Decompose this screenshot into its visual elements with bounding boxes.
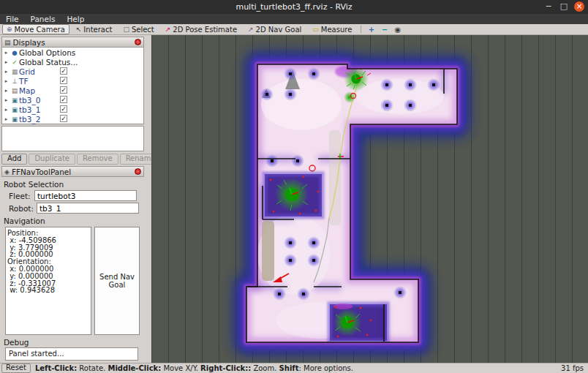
tool-measure-label: Measure bbox=[321, 26, 353, 34]
tree-row-label: tb3_0 bbox=[19, 96, 40, 105]
debug-label: Debug bbox=[4, 338, 148, 347]
tool-move-camera[interactable]: ⊕ Move Camera bbox=[2, 24, 69, 34]
map-obstacle-blob bbox=[262, 221, 274, 281]
fps-counter: 31 fps bbox=[561, 364, 587, 372]
ffnav-panel-header[interactable]: ◈ FFNavToolPanel bbox=[1, 166, 144, 177]
remove-tool-icon[interactable]: − bbox=[379, 26, 390, 34]
pose-arrow-icon: ↗ bbox=[165, 26, 171, 33]
expand-arrow-icon[interactable]: ▸ bbox=[2, 116, 10, 122]
tool-2d-nav-goal[interactable]: ↗ 2D Nav Goal bbox=[244, 24, 306, 34]
tree-row-map[interactable]: ▸ ▤ Map ✓ bbox=[2, 86, 143, 95]
status-ok-icon: ✓ bbox=[10, 59, 19, 66]
toolbar-separator bbox=[361, 26, 361, 33]
add-display-button[interactable]: Add bbox=[1, 154, 27, 165]
interact-cursor-icon: ↖ bbox=[76, 26, 82, 33]
tool-2d-pose-estimate[interactable]: ↗ 2D Pose Estimate bbox=[161, 24, 241, 34]
statusbar: Reset Left-Click: Rotate. Middle-Click: … bbox=[0, 363, 588, 373]
tool-select[interactable]: □ Select bbox=[118, 24, 158, 34]
tool-nav-goal-label: 2D Nav Goal bbox=[256, 26, 302, 34]
menu-file[interactable]: File bbox=[0, 14, 25, 24]
expand-arrow-icon[interactable]: ▸ bbox=[2, 97, 10, 103]
titlebar[interactable]: multi_turtlebot3_ff.rviz - RViz − □ × bbox=[0, 0, 588, 14]
tree-row-tb3-0[interactable]: ▸ ▣ tb3_0 ✓ bbox=[2, 95, 143, 105]
close-icon[interactable]: × bbox=[574, 1, 584, 12]
tool-move-camera-label: Move Camera bbox=[15, 26, 65, 34]
ffnav-close-button[interactable] bbox=[135, 168, 141, 175]
add-tool-icon[interactable]: + bbox=[366, 26, 377, 34]
map-canvas bbox=[151, 35, 588, 363]
grid-checkbox[interactable]: ✓ bbox=[60, 67, 67, 75]
robot-input[interactable] bbox=[37, 203, 139, 214]
map-checkbox[interactable]: ✓ bbox=[60, 86, 67, 94]
folder-icon: ▣ bbox=[10, 97, 19, 104]
robot-row: Robot: bbox=[9, 203, 137, 214]
reset-button[interactable]: Reset bbox=[1, 363, 31, 373]
expand-arrow-icon[interactable]: ▸ bbox=[2, 69, 10, 75]
tb3-2-checkbox[interactable]: ✓ bbox=[60, 115, 67, 122]
fleet-label: Fleet: bbox=[9, 192, 31, 200]
tool-measure[interactable]: ▭ Measure bbox=[308, 24, 356, 34]
maximize-icon[interactable]: □ bbox=[559, 1, 569, 12]
tree-row-global-options[interactable]: ▸ ● Global Options bbox=[2, 48, 143, 57]
expand-arrow-icon[interactable]: ▸ bbox=[2, 88, 10, 94]
tree-row-label: Map bbox=[19, 86, 35, 95]
expand-arrow-icon[interactable]: ▸ bbox=[2, 78, 10, 84]
tree-row-label: Global Status... bbox=[19, 58, 78, 67]
tree-row-tb3-1[interactable]: ▸ ▣ tb3_1 ✓ bbox=[2, 105, 143, 114]
displays-panel-title: Displays bbox=[13, 38, 132, 47]
tree-row-tb3-2[interactable]: ▸ ▣ tb3_2 ✓ bbox=[2, 114, 143, 124]
tf-axes-icon: ⊥ bbox=[10, 78, 19, 85]
displays-panel-header[interactable]: ▤ Displays bbox=[1, 37, 144, 48]
tree-row-tf[interactable]: ▸ ⊥ TF ✓ bbox=[2, 76, 143, 86]
expand-arrow-icon[interactable]: ▸ bbox=[2, 107, 10, 113]
camera-icon[interactable]: ◉ bbox=[392, 26, 403, 34]
tree-row-label: tb3_2 bbox=[19, 115, 40, 124]
displays-panel-icon: ▤ bbox=[4, 39, 11, 46]
property-description-area bbox=[1, 126, 144, 151]
tree-row-label: Grid bbox=[19, 67, 35, 76]
tree-row-label: Global Options bbox=[19, 48, 75, 57]
tree-row-label: tb3_1 bbox=[19, 105, 40, 114]
3d-viewport[interactable] bbox=[151, 35, 588, 363]
map-icon: ▤ bbox=[10, 87, 19, 94]
tool-select-label: Select bbox=[132, 26, 154, 34]
send-nav-goal-button[interactable]: Send Nav Goal bbox=[94, 227, 140, 335]
tf-checkbox[interactable]: ✓ bbox=[60, 77, 67, 84]
tree-row-grid[interactable]: ▸ ▦ Grid ✓ bbox=[2, 67, 143, 76]
toolbar: ⊕ Move Camera ↖ Interact □ Select ↗ 2D P… bbox=[0, 24, 588, 35]
robot-selection-label: Robot Selection bbox=[4, 180, 148, 189]
measure-icon: ▭ bbox=[312, 26, 319, 33]
displays-buttons: Add Duplicate Remove Rename bbox=[1, 154, 144, 165]
folder-icon: ▣ bbox=[10, 116, 19, 123]
navigation-label: Navigation bbox=[4, 216, 148, 225]
nav-goal-arrow-icon: ↗ bbox=[248, 26, 254, 33]
debug-output: Panel started... bbox=[5, 347, 138, 361]
tree-row-label: TF bbox=[19, 77, 28, 86]
tb3-0-checkbox[interactable]: ✓ bbox=[60, 96, 67, 103]
minimize-icon[interactable]: − bbox=[543, 1, 554, 12]
displays-close-button[interactable] bbox=[135, 39, 141, 45]
robot-cluster-bottom bbox=[330, 304, 387, 341]
ffnav-panel-title: FFNavToolPanel bbox=[12, 167, 132, 176]
fleet-row: Fleet: bbox=[9, 190, 137, 201]
tb3-1-checkbox[interactable]: ✓ bbox=[60, 105, 67, 113]
menu-panels[interactable]: Panels bbox=[25, 14, 61, 24]
select-box-icon: □ bbox=[123, 26, 129, 33]
grid-icon: ▦ bbox=[10, 68, 19, 75]
remove-display-button: Remove bbox=[77, 154, 118, 165]
tree-row-global-status[interactable]: ▸ ✓ Global Status... bbox=[2, 57, 143, 67]
pose-readout: Position: x: -4.509866 y: 3.779009 z: 0.… bbox=[5, 227, 91, 335]
folder-icon: ▣ bbox=[10, 106, 19, 113]
fleet-input[interactable] bbox=[34, 190, 137, 201]
tool-pose-label: 2D Pose Estimate bbox=[173, 26, 237, 34]
ffnav-panel-icon: ◈ bbox=[4, 168, 10, 176]
menu-help[interactable]: Help bbox=[61, 14, 90, 24]
rviz-window: multi_turtlebot3_ff.rviz - RViz − □ × Fi… bbox=[0, 0, 588, 373]
move-camera-icon: ⊕ bbox=[7, 26, 12, 33]
robot-cluster-middle bbox=[265, 174, 322, 216]
status-help-text: Left-Click: Rotate. Middle-Click: Move X… bbox=[35, 364, 353, 372]
duplicate-display-button: Duplicate bbox=[29, 154, 75, 165]
tool-interact[interactable]: ↖ Interact bbox=[72, 24, 117, 34]
expand-arrow-icon[interactable]: ▸ bbox=[2, 59, 10, 65]
expand-arrow-icon[interactable]: ▸ bbox=[2, 50, 10, 56]
